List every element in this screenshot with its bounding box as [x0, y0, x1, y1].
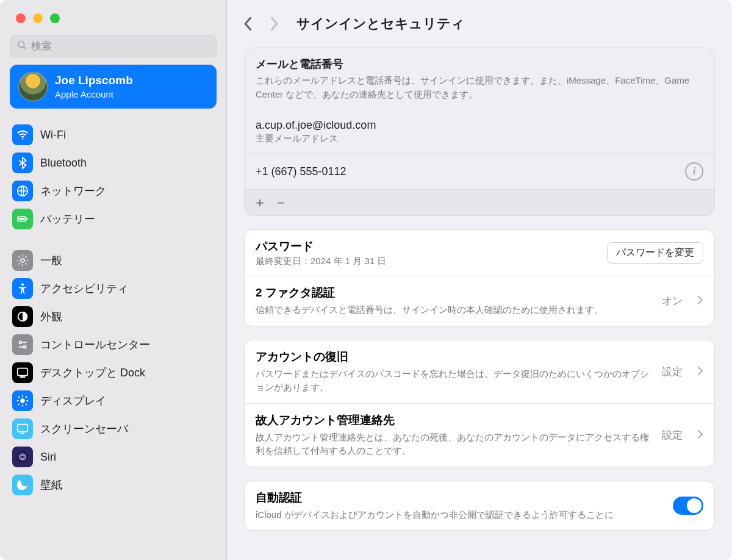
password-last-changed: 最終変更日：2024 年 1 月 31 日: [256, 256, 597, 267]
row-phone[interactable]: +1 (667) 555-0112 i: [245, 153, 714, 189]
auto-verify-toggle[interactable]: [673, 497, 703, 515]
titlebar: サインインとセキュリティ: [227, 0, 732, 48]
sidebar-item-label: 壁紙: [40, 478, 62, 492]
sidebar-item-wallpaper[interactable]: 壁紙: [10, 471, 217, 499]
svg-rect-14: [18, 368, 28, 376]
search-icon: [16, 40, 31, 53]
close-window-button[interactable]: [16, 13, 26, 23]
row-primary-email[interactable]: a.cup.of.joe@icloud.com 主要メールアドレス: [245, 110, 714, 153]
avatar: [18, 72, 48, 101]
svg-rect-5: [26, 218, 27, 220]
recovery-heading: アカウントの復旧: [256, 349, 652, 365]
panel-recovery-legacy: アカウントの復旧 パスワードまたはデバイスのパスコードを忘れた場合は、データ復旧…: [244, 340, 715, 467]
legacy-status: 設定: [662, 428, 683, 442]
sidebar-item-desktop-dock[interactable]: デスクトップと Dock: [10, 359, 217, 387]
sidebar-item-label: Siri: [40, 451, 56, 464]
sidebar-item-label: 外観: [40, 309, 62, 324]
svg-line-1: [23, 46, 26, 49]
sidebar-item-label: アクセシビリティ: [40, 281, 128, 296]
svg-point-7: [21, 259, 24, 262]
twofactor-description: 信頼できるデバイスと電話番号は、サインイン時の本人確認のために使用されます。: [256, 303, 652, 317]
fullscreen-window-button[interactable]: [50, 13, 60, 23]
wifi-icon: [12, 124, 33, 145]
page-title: サインインとセキュリティ: [296, 15, 465, 33]
recovery-status: 設定: [662, 365, 683, 379]
settings-window: Joe Lipscomb Apple Account Wi-Fi Bluetoo…: [0, 0, 732, 560]
sidebar-item-appearance[interactable]: 外観: [10, 303, 217, 331]
svg-point-12: [24, 346, 26, 348]
twofactor-heading: 2 ファクタ認証: [256, 285, 652, 301]
plus-icon[interactable]: ＋: [253, 196, 264, 209]
section-heading: メールと電話番号: [256, 57, 703, 71]
sidebar-item-label: Bluetooth: [40, 157, 87, 170]
sidebar: Joe Lipscomb Apple Account Wi-Fi Bluetoo…: [0, 0, 227, 560]
screensaver-icon: [12, 418, 33, 439]
svg-rect-6: [19, 218, 25, 220]
dock-icon: [12, 362, 33, 383]
svg-point-8: [21, 284, 24, 286]
panel-auto-verify: 自動認証 iCloud がデバイスおよびアカウントを自動かつ非公開で認証できるよ…: [244, 481, 715, 531]
sidebar-item-label: コントロールセンター: [40, 337, 150, 352]
appearance-icon: [12, 306, 33, 327]
chevron-right-icon: [697, 428, 703, 442]
info-icon[interactable]: i: [685, 162, 703, 181]
account-name: Joe Lipscomb: [55, 73, 133, 88]
minimize-window-button[interactable]: [33, 13, 43, 23]
twofactor-status: オン: [662, 294, 683, 308]
email-subtitle: 主要メールアドレス: [256, 133, 703, 145]
back-button[interactable]: [242, 17, 255, 31]
search-input[interactable]: [31, 40, 210, 52]
main-pane: サインインとセキュリティ メールと電話番号 これらのメールアドレスと電話番号は、…: [227, 0, 732, 560]
sidebar-item-label: デスクトップと Dock: [40, 365, 145, 380]
search-field[interactable]: [10, 35, 217, 57]
change-password-button[interactable]: パスワードを変更: [607, 242, 703, 264]
display-icon: [12, 390, 33, 411]
row-legacy-contact[interactable]: 故人アカウント管理連絡先 故人アカウント管理連絡先とは、あなたの死後、あなたのア…: [245, 403, 714, 467]
wallpaper-icon: [12, 475, 33, 495]
svg-rect-25: [18, 425, 28, 432]
sidebar-item-siri[interactable]: Siri: [10, 443, 217, 471]
gear-icon: [12, 250, 33, 271]
sidebar-item-wifi[interactable]: Wi-Fi: [10, 121, 217, 149]
add-remove-bar: ＋ －: [245, 189, 714, 215]
chevron-right-icon: [697, 294, 703, 308]
sidebar-item-battery[interactable]: バッテリー: [10, 205, 217, 233]
minus-icon[interactable]: －: [274, 196, 285, 209]
row-password: パスワード 最終変更日：2024 年 1 月 31 日 パスワードを変更: [245, 230, 714, 276]
sidebar-item-screensaver[interactable]: スクリーンセーバ: [10, 415, 217, 443]
sidebar-item-general[interactable]: 一般: [10, 246, 217, 275]
legacy-heading: 故人アカウント管理連絡先: [256, 412, 652, 428]
window-controls: [0, 0, 226, 35]
autoverify-heading: 自動認証: [256, 490, 663, 506]
sidebar-item-control-center[interactable]: コントロールセンター: [10, 331, 217, 359]
account-subtitle: Apple Account: [55, 88, 133, 101]
row-auto-verify: 自動認証 iCloud がデバイスおよびアカウントを自動かつ非公開で認証できるよ…: [245, 481, 714, 531]
svg-point-16: [20, 398, 24, 403]
chevron-right-icon: [697, 365, 703, 379]
autoverify-description: iCloud がデバイスおよびアカウントを自動かつ非公開で認証できるよう許可する…: [256, 508, 663, 522]
sidebar-list: Wi-Fi Bluetooth ネットワーク バッテリー: [0, 121, 226, 499]
sidebar-item-network[interactable]: ネットワーク: [10, 177, 217, 205]
sidebar-item-apple-account[interactable]: Joe Lipscomb Apple Account: [10, 65, 217, 109]
siri-icon: [12, 447, 33, 467]
row-two-factor[interactable]: 2 ファクタ認証 信頼できるデバイスと電話番号は、サインイン時の本人確認のために…: [245, 276, 714, 326]
panel-email-phone: メールと電話番号 これらのメールアドレスと電話番号は、サインインに使用できます。…: [244, 48, 715, 216]
row-account-recovery[interactable]: アカウントの復旧 パスワードまたはデバイスのパスコードを忘れた場合は、データ復旧…: [245, 340, 714, 403]
forward-button[interactable]: [267, 17, 281, 31]
accessibility-icon: [12, 278, 33, 299]
password-heading: パスワード: [256, 239, 597, 254]
bluetooth-icon: [12, 153, 33, 173]
svg-line-22: [26, 404, 27, 405]
sidebar-item-label: Wi-Fi: [40, 129, 66, 142]
sidebar-item-bluetooth[interactable]: Bluetooth: [10, 149, 217, 177]
network-icon: [12, 181, 33, 201]
legacy-description: 故人アカウント管理連絡先とは、あなたの死後、あなたのアカウントのデータにアクセス…: [256, 431, 652, 458]
sidebar-item-displays[interactable]: ディスプレイ: [10, 387, 217, 415]
svg-point-10: [19, 341, 21, 343]
panel-password-2fa: パスワード 最終変更日：2024 年 1 月 31 日 パスワードを変更 2 フ…: [244, 229, 715, 326]
sidebar-item-label: ディスプレイ: [40, 393, 106, 408]
svg-point-0: [18, 41, 24, 48]
battery-icon: [12, 209, 33, 229]
sidebar-item-accessibility[interactable]: アクセシビリティ: [10, 275, 217, 303]
svg-line-24: [26, 397, 27, 398]
